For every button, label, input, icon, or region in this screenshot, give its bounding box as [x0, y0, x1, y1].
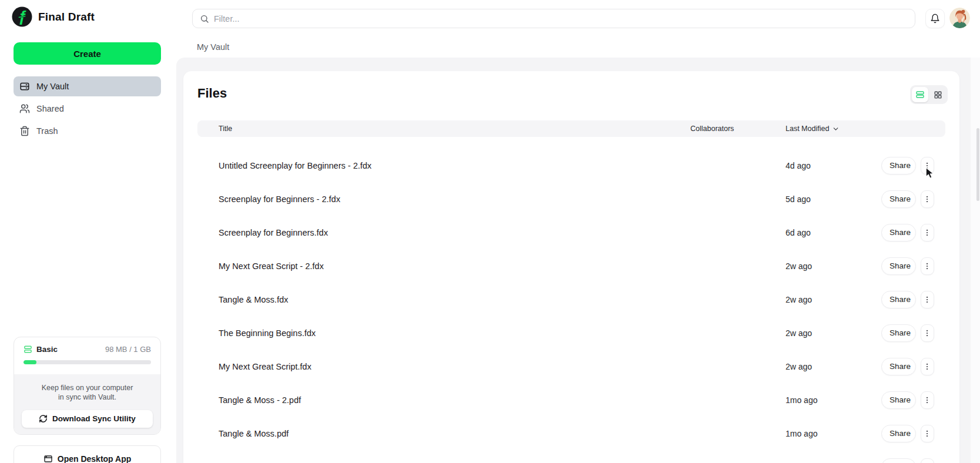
avatar[interactable]: [949, 8, 970, 28]
row-actions: Share: [881, 157, 934, 175]
kebab-icon: [923, 296, 931, 304]
sort-chevron-down-icon: [832, 125, 840, 133]
open-desktop-label: Open Desktop App: [58, 454, 132, 463]
share-button[interactable]: Share: [881, 324, 916, 342]
sync-text-line2: in sync with Vault.: [22, 392, 153, 402]
vault-icon: [19, 81, 30, 92]
last-modified-cell: 2w ago: [786, 328, 881, 338]
share-button[interactable]: Share: [881, 157, 916, 175]
row-actions: Share: [881, 324, 934, 342]
table-row[interactable]: Screenplay for Beginners - 2.fdx 5d ago …: [197, 182, 945, 216]
shared-users-icon: [19, 103, 30, 114]
row-actions: Share: [881, 257, 934, 275]
sync-icon: [39, 414, 48, 423]
share-button[interactable]: Share: [881, 291, 916, 308]
table-row[interactable]: Screenplay for Beginners.fdx 6d ago Shar…: [197, 216, 945, 249]
share-button[interactable]: Share: [881, 458, 916, 463]
share-button[interactable]: Share: [881, 391, 916, 409]
brand[interactable]: ƒ Final Draft: [12, 6, 95, 27]
notifications-button[interactable]: [925, 9, 945, 28]
last-modified-cell: 2w ago: [786, 261, 881, 271]
row-actions: Share: [881, 358, 934, 375]
kebab-icon: [923, 396, 931, 404]
list-view-icon: [915, 90, 925, 99]
filter-search: [192, 9, 915, 28]
row-menu-button[interactable]: [921, 358, 934, 375]
filter-input[interactable]: [214, 14, 908, 24]
last-modified-cell: 5d ago: [786, 194, 881, 204]
plan-usage: 98 MB / 1 GB: [105, 345, 151, 354]
row-menu-button[interactable]: [921, 324, 934, 342]
app-title: Final Draft: [38, 11, 95, 24]
sidebar-item-label: Trash: [36, 126, 58, 136]
file-title: The Beginning Begins.fdx: [219, 328, 690, 338]
last-modified-cell: 1mo ago: [786, 395, 881, 405]
share-button[interactable]: Share: [881, 224, 916, 241]
storage-progress-bar: [24, 360, 151, 364]
share-button[interactable]: Share: [881, 358, 916, 375]
open-desktop-app-button[interactable]: Open Desktop App: [14, 445, 161, 463]
last-modified-cell: 4d ago: [786, 161, 881, 170]
search-icon: [200, 14, 209, 24]
file-title: Untitled Screenplay for Beginners - 2.fd…: [219, 161, 690, 170]
column-header-last-modified[interactable]: Last Modified: [786, 125, 881, 133]
column-header-title[interactable]: Title: [219, 125, 690, 133]
files-card: Files Title: [183, 71, 959, 463]
sidebar-nav: My Vault Shared Trash: [14, 76, 161, 143]
column-header-collaborators[interactable]: Collaborators: [690, 125, 786, 133]
row-menu-button[interactable]: [921, 425, 934, 442]
row-menu-button[interactable]: [921, 224, 934, 241]
list-view-button[interactable]: [912, 87, 928, 102]
table-row[interactable]: My Next Great Script - 2.fdx 2w ago Shar…: [197, 249, 945, 283]
plan-name: Basic: [36, 345, 58, 354]
file-title: My Next Great Script.fdx: [219, 362, 690, 371]
share-button[interactable]: Share: [881, 190, 916, 208]
file-title: Tangle & Moss.fdx: [219, 295, 690, 304]
scrollbar-thumb[interactable]: [976, 128, 979, 201]
sidebar-item-my-vault[interactable]: My Vault: [14, 76, 161, 96]
share-button[interactable]: Share: [881, 257, 916, 275]
storage-stack-icon: [24, 345, 32, 354]
kebab-icon: [923, 229, 931, 237]
kebab-icon: [923, 262, 931, 270]
table-row[interactable]: Untitled Screenplay for Beginners - 2.fd…: [197, 149, 945, 182]
sidebar-item-label: Shared: [36, 104, 64, 113]
last-modified-cell: 2w ago: [786, 362, 881, 371]
row-actions: Share: [881, 391, 934, 409]
row-actions: Share: [881, 458, 934, 463]
row-menu-button[interactable]: [921, 391, 934, 409]
create-button[interactable]: Create: [14, 42, 161, 65]
last-modified-cell: 1mo ago: [786, 429, 881, 438]
grid-view-icon: [934, 90, 942, 99]
row-actions: Share: [881, 291, 934, 308]
row-menu-button[interactable]: [921, 190, 934, 208]
kebab-icon: [923, 195, 931, 203]
sync-promo-section: Keep files on your computer in sync with…: [14, 374, 160, 435]
table-row[interactable]: Tangle & Moss.fdx 2w ago Share: [197, 283, 945, 316]
bell-icon: [930, 14, 940, 24]
scrollbar-track: [971, 58, 980, 463]
table-row[interactable]: Tangle & Moss - 2.pdf 1mo ago Share: [197, 383, 945, 417]
row-menu-button[interactable]: [921, 458, 934, 463]
sidebar-item-shared[interactable]: Shared: [14, 99, 161, 119]
download-sync-utility-button[interactable]: Download Sync Utility: [22, 410, 153, 428]
last-modified-cell: 2w ago: [786, 295, 881, 304]
storage-progress-fill: [24, 360, 36, 364]
kebab-icon: [923, 329, 931, 337]
last-modified-cell: 6d ago: [786, 228, 881, 237]
table-row[interactable]: My Next Great Script.fdx 2w ago Share: [197, 350, 945, 383]
table-row[interactable]: Share: [197, 450, 945, 463]
table-row[interactable]: Tangle & Moss.pdf 1mo ago Share: [197, 417, 945, 450]
sidebar-item-trash[interactable]: Trash: [14, 121, 161, 141]
row-menu-button[interactable]: [921, 291, 934, 308]
download-sync-label: Download Sync Utility: [52, 414, 136, 423]
row-menu-button[interactable]: [921, 257, 934, 275]
table-header: Title Collaborators Last Modified: [197, 120, 945, 137]
kebab-icon: [923, 162, 931, 170]
share-button[interactable]: Share: [881, 425, 916, 442]
grid-view-button[interactable]: [929, 87, 946, 102]
row-menu-button[interactable]: [921, 157, 934, 175]
sidebar: ƒ Final Draft Create My Vault: [0, 0, 176, 463]
breadcrumb[interactable]: My Vault: [197, 42, 229, 52]
table-row[interactable]: The Beginning Begins.fdx 2w ago Share: [197, 316, 945, 350]
